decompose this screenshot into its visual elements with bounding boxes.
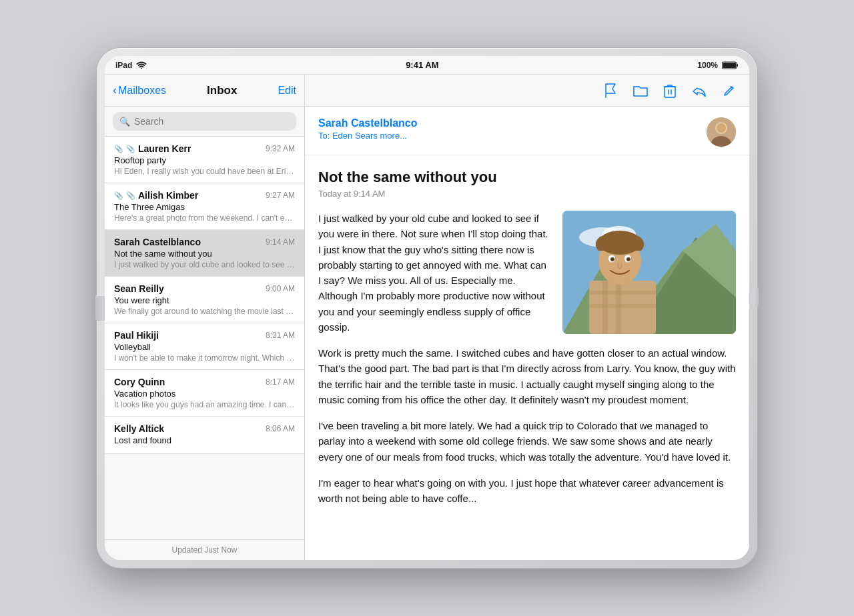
email-sender: Cory Quinn <box>114 377 165 387</box>
email-subject-list: Vacation photos <box>114 389 295 399</box>
email-body-p2: Work is pretty much the same. I switched… <box>318 345 736 407</box>
email-from: Sarah Castelblanco <box>318 117 418 129</box>
search-wrapper[interactable]: 🔍 <box>113 112 296 131</box>
email-preview: Hi Eden, I really wish you could have be… <box>114 167 295 176</box>
email-sender: Kelly Altick <box>114 423 164 434</box>
email-to-label: To: Eden Sears <box>318 131 378 141</box>
inbox-title: Inbox <box>170 84 274 97</box>
folder-button[interactable] <box>633 85 648 97</box>
compose-button[interactable] <box>723 84 736 97</box>
email-subject-list: Not the same without you <box>114 249 295 259</box>
email-time: 9:14 AM <box>266 237 295 247</box>
svg-rect-3 <box>723 63 736 68</box>
inline-photo <box>562 211 736 334</box>
toolbar-right <box>305 83 749 98</box>
status-bar: iPad 9:41 AM 100% <box>105 56 749 75</box>
email-detail-header: Sarah Castelblanco To: Eden Sears more..… <box>305 107 749 155</box>
email-preview: It looks like you guys had an amazing ti… <box>114 400 295 409</box>
flag-button[interactable] <box>604 83 617 98</box>
svg-point-8 <box>717 123 726 133</box>
svg-rect-19 <box>589 304 656 308</box>
svg-point-26 <box>626 257 630 261</box>
side-button[interactable] <box>753 287 759 306</box>
status-left: iPad <box>115 61 147 70</box>
search-icon: 🔍 <box>119 117 130 127</box>
email-subject-list: Rooftop party <box>114 155 295 165</box>
back-button[interactable]: ‹ Mailboxes <box>113 83 166 97</box>
email-subject: Not the same without you <box>318 169 736 186</box>
email-subject-list: Lost and found <box>114 435 295 445</box>
attachment-icon: 📎 <box>126 145 135 153</box>
wifi-icon <box>136 61 147 69</box>
svg-rect-4 <box>665 87 675 97</box>
email-list-item[interactable]: Paul Hikiji8:31 AMVolleyballI won't be a… <box>105 323 304 370</box>
reply-button[interactable] <box>692 85 707 97</box>
email-subject-list: The Three Amigas <box>114 202 295 212</box>
trash-button[interactable] <box>664 83 676 98</box>
email-list-item[interactable]: Kelly Altick8:06 AMLost and found <box>105 417 304 454</box>
ipad-device: iPad 9:41 AM 100% <box>97 48 757 568</box>
email-body-p3: I've been traveling a bit more lately. W… <box>318 418 736 465</box>
svg-rect-18 <box>589 291 656 295</box>
chevron-left-icon: ‹ <box>113 83 117 97</box>
email-sender: 📎Ailish Kimber <box>114 190 198 201</box>
back-label: Mailboxes <box>118 85 166 97</box>
search-bar: 🔍 <box>105 107 304 137</box>
email-detail: Sarah Castelblanco To: Eden Sears more..… <box>305 107 749 560</box>
svg-point-25 <box>610 257 614 261</box>
battery-label: 100% <box>697 61 718 70</box>
email-list-item[interactable]: Sarah Castelblanco9:14 AMNot the same wi… <box>105 230 304 277</box>
email-list-item[interactable]: 📎Lauren Kerr9:32 AMRooftop partyHi Eden,… <box>105 137 304 183</box>
email-time: 8:17 AM <box>266 377 295 387</box>
edit-button[interactable]: Edit <box>278 85 296 97</box>
email-preview: I just walked by your old cube and looke… <box>114 260 295 269</box>
email-preview: I won't be able to make it tomorrow nigh… <box>114 353 295 363</box>
ipad-screen: iPad 9:41 AM 100% <box>105 56 749 560</box>
status-right: 100% <box>697 61 739 70</box>
email-subject-list: You were right <box>114 295 295 305</box>
svg-rect-2 <box>737 64 738 67</box>
toolbar: ‹ Mailboxes Inbox Edit <box>105 75 749 107</box>
email-date: Today at 9:14 AM <box>318 189 736 199</box>
email-sender: Sarah Castelblanco <box>114 237 201 247</box>
sidebar: 🔍 📎Lauren Kerr9:32 AMRooftop partyHi Ede… <box>105 107 305 560</box>
device-label: iPad <box>115 61 132 70</box>
main-content: 🔍 📎Lauren Kerr9:32 AMRooftop partyHi Ede… <box>105 107 749 560</box>
toolbar-left: ‹ Mailboxes Inbox Edit <box>105 75 305 106</box>
status-time: 9:41 AM <box>406 60 438 70</box>
sidebar-footer: Updated Just Now <box>105 539 304 560</box>
email-preview: We finally got around to watching the mo… <box>114 307 295 316</box>
email-time: 8:31 AM <box>266 331 295 340</box>
email-to-more[interactable]: more... <box>380 131 407 141</box>
email-subject-list: Volleyball <box>114 342 295 352</box>
svg-point-0 <box>141 68 142 69</box>
avatar <box>707 117 736 147</box>
email-body-container: Not the same without you Today at 9:14 A… <box>305 155 749 560</box>
email-sender: Paul Hikiji <box>114 330 159 341</box>
email-list-item[interactable]: Cory Quinn8:17 AMVacation photosIt looks… <box>105 370 304 417</box>
email-list-item[interactable]: Sean Reilly9:00 AMYou were rightWe final… <box>105 277 304 323</box>
email-body-p4: I'm eager to hear what's going on with y… <box>318 475 736 507</box>
search-input[interactable] <box>134 116 290 127</box>
email-to: To: Eden Sears more... <box>318 131 418 141</box>
email-time: 8:06 AM <box>266 424 295 433</box>
email-time: 9:32 AM <box>266 144 295 153</box>
email-list: 📎Lauren Kerr9:32 AMRooftop partyHi Eden,… <box>105 137 304 539</box>
email-list-item[interactable]: 📎Ailish Kimber9:27 AMThe Three AmigasHer… <box>105 183 304 230</box>
email-sender: Sean Reilly <box>114 283 164 294</box>
email-preview: Here's a great photo from the weekend. I… <box>114 213 295 223</box>
battery-icon <box>722 61 739 69</box>
email-time: 9:27 AM <box>266 191 295 200</box>
attachment-icon: 📎 <box>126 191 135 200</box>
email-sender: 📎Lauren Kerr <box>114 143 191 154</box>
email-time: 9:00 AM <box>266 284 295 293</box>
